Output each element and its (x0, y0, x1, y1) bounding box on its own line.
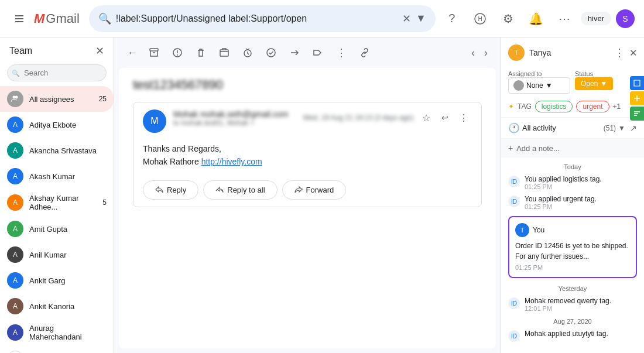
email-link[interactable]: http://hivefly.com (201, 157, 262, 166)
back-button[interactable]: ← (124, 43, 141, 63)
panel-more-icon[interactable]: ⋮ (614, 46, 625, 59)
activity-expand-icon[interactable]: ▼ (618, 124, 625, 132)
svg-text:H: H (478, 16, 482, 22)
aug27-label: Aug 27, 2020 (501, 314, 644, 327)
amit-avatar: A (7, 221, 23, 237)
sidebar-item-amit[interactable]: A Amit Gupta (0, 216, 114, 242)
delete-button[interactable] (190, 42, 211, 63)
activity-item-yesterday-1: ID Mohak removed qwerty tag. 12:01 PM (501, 294, 644, 314)
more-button[interactable]: ⋮ (331, 42, 352, 63)
ankit-garg-label: Ankit Garg (29, 276, 107, 285)
search-dropdown-icon[interactable]: ▼ (416, 12, 426, 25)
akshay-count: 5 (102, 198, 107, 207)
sidebar-item-aditya[interactable]: A Aditya Ekbote (0, 112, 114, 138)
email-more-icon[interactable]: ⋮ (455, 109, 472, 126)
email-reply-icon[interactable]: ↩ (437, 109, 453, 126)
amit-label: Amit Gupta (29, 225, 107, 234)
toolbar-nav-right: ‹ › (468, 43, 491, 63)
hiver-badge[interactable]: hiver (581, 12, 611, 25)
activity-item-1: ID You applied logistics tag. 01:25 PM (501, 173, 644, 193)
tag-row: ✦ TAG logistics urgent +1 (508, 101, 637, 112)
tag-urgent[interactable]: urgent (576, 101, 609, 112)
search-icon: 🔍 (98, 12, 111, 25)
add-note-bar[interactable]: + Add a note... (501, 138, 644, 157)
akancha-label: Akancha Srivastava (29, 146, 107, 155)
side-icon-2[interactable] (630, 91, 644, 105)
move-button[interactable] (214, 42, 235, 63)
reply-all-button[interactable]: Reply to all (203, 180, 277, 200)
sidebar-item-akancha[interactable]: A Akancha Srivastava (0, 138, 114, 163)
svg-rect-4 (150, 49, 158, 51)
mark-done-button[interactable] (261, 42, 282, 63)
search-clear-icon[interactable]: ✕ (402, 12, 411, 25)
main-layout: Team ✕ All assignees 25 A Aditya Ekbote (0, 37, 644, 353)
status-label: Status (575, 70, 637, 77)
hiver-badge-label: hiver (588, 14, 604, 23)
aditya-label: Aditya Ekbote (29, 121, 101, 129)
tag-more[interactable]: +1 (613, 102, 621, 111)
sidebar-item-ankit-garg[interactable]: A Ankit Garg (0, 268, 114, 293)
sender-avatar: M (143, 109, 166, 133)
email-body-line1: Thanks and Regards, (143, 142, 472, 155)
email-message: M Mohak mohak.seth@gmail.com to mohak.te… (133, 102, 482, 207)
activity-icon-2: ID (508, 196, 520, 207)
label-button[interactable] (307, 42, 328, 63)
right-panel-header: T Tanya ⋮ ✕ (501, 37, 644, 66)
user-avatar[interactable]: S (616, 9, 635, 28)
side-icon-1[interactable] (630, 76, 644, 90)
email-header-actions: ☆ ↩ ⋮ (418, 109, 472, 126)
search-bar[interactable]: 🔍 ✕ ▼ (89, 5, 436, 32)
email-meta: Mohak mohak.seth@gmail.com to mohak.test… (173, 109, 472, 127)
sidebar-item-all-assignees[interactable]: All assignees 25 (0, 86, 114, 112)
sidebar-search-wrap (7, 64, 107, 81)
gmail-logo-text: Gmail (46, 11, 79, 26)
next-email-button[interactable]: › (481, 43, 491, 63)
move-to-button[interactable] (284, 42, 305, 63)
report-button[interactable] (167, 42, 188, 63)
email-sender-name: Mohak mohak.seth@gmail.com (173, 109, 288, 119)
sidebar-search-input[interactable] (7, 64, 107, 81)
sidebar-item-anurag[interactable]: A Anurag Maherchandani (0, 319, 114, 346)
activity-external-icon[interactable]: ↗ (630, 124, 637, 133)
email-sender-detail: to mohak.test01, Mohak + (173, 119, 288, 127)
settings-icon[interactable]: ⚙ (496, 7, 520, 30)
apps-icon[interactable]: ⋯ (553, 7, 576, 30)
email-container: test1234567890 M Mohak mohak.seth@gmail.… (119, 68, 496, 348)
activity-icon-1: ID (508, 176, 520, 187)
activity-text-2: You applied urgent tag. (525, 195, 597, 203)
sidebar-list: All assignees 25 A Aditya Ekbote A Akanc… (0, 86, 114, 353)
assign-dropdown[interactable]: None ▼ (508, 77, 570, 94)
panel-contact-name: Tanya (529, 48, 609, 57)
sidebar-item-apple[interactable]:  Apple User (0, 346, 114, 353)
search-input[interactable] (116, 13, 402, 24)
activity-icon-aug1: ID (508, 330, 520, 342)
prev-email-button[interactable]: ‹ (468, 43, 478, 63)
email-star-icon[interactable]: ☆ (418, 109, 434, 126)
akancha-avatar: A (7, 142, 23, 159)
sidebar-item-akash[interactable]: A Akash Kumar (0, 163, 114, 189)
help-icon[interactable]: ? (440, 7, 464, 30)
status-button[interactable]: Open ▼ (575, 77, 613, 90)
archive-button[interactable] (143, 42, 165, 63)
forward-button[interactable]: Forward (282, 180, 347, 200)
side-icon-3[interactable] (630, 107, 644, 121)
sidebar-close-icon[interactable]: ✕ (95, 44, 104, 57)
activity-feed: Today ID You applied logistics tag. 01:2… (501, 157, 644, 353)
tag-logistics[interactable]: logistics (535, 101, 573, 112)
email-subject: test1234567890 (133, 77, 482, 92)
activity-clock-icon: 🕐 (508, 122, 520, 133)
svg-point-7 (177, 54, 178, 56)
chain-button[interactable] (354, 42, 375, 63)
sidebar-item-ankit-kanoria[interactable]: A Ankit Kanoria (0, 293, 114, 319)
snooze-button[interactable] (237, 42, 258, 63)
anil-avatar: A (7, 246, 23, 263)
sidebar-item-akshay[interactable]: A Akshay Kumar Adhee... 5 (0, 189, 114, 216)
svg-point-10 (267, 49, 275, 57)
hamburger-button[interactable] (9, 9, 29, 29)
hiver-support-icon[interactable]: H (468, 7, 492, 30)
akash-label: Akash Kumar (29, 172, 107, 181)
reply-button[interactable]: Reply (143, 180, 198, 200)
panel-close-icon[interactable]: ✕ (629, 47, 637, 59)
notifications-icon[interactable]: 🔔 (525, 7, 548, 30)
sidebar-item-anil[interactable]: A Anil Kumar (0, 242, 114, 268)
